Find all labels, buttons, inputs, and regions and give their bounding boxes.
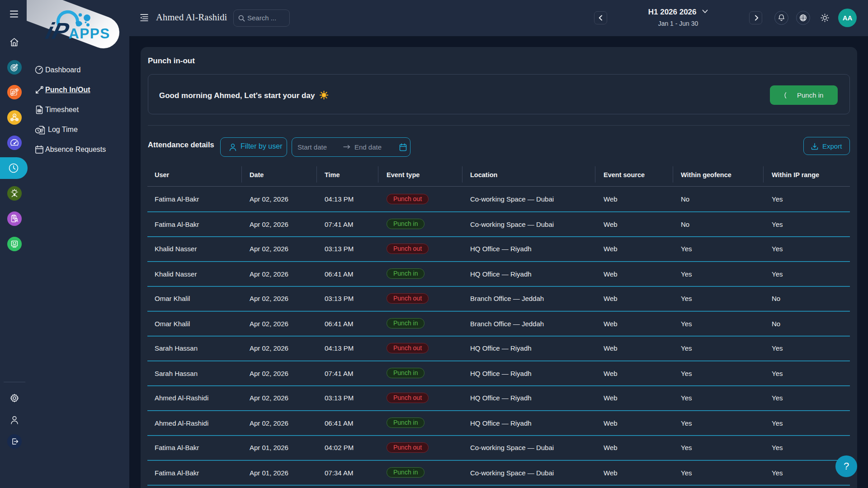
svg-text:iP: iP [43,18,72,44]
svg-text:M: M [13,91,15,94]
svg-text:£: £ [14,114,15,117]
svg-text:APPS: APPS [69,25,110,42]
